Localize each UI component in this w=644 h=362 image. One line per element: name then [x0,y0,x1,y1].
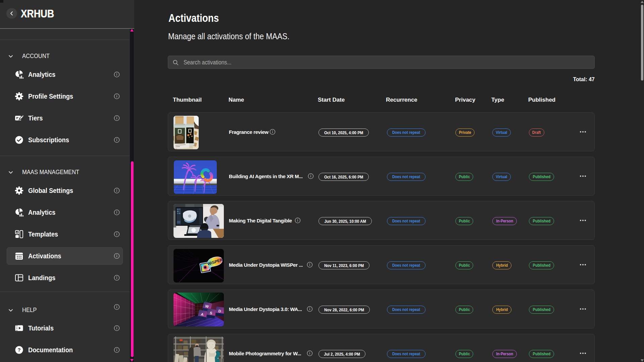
svg-text:D: D [218,309,221,313]
svg-text:?: ? [17,347,20,353]
